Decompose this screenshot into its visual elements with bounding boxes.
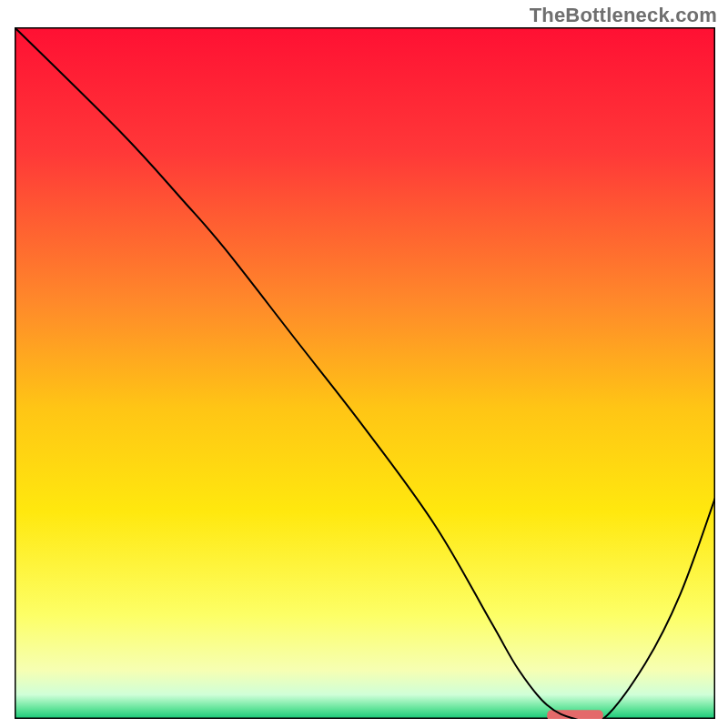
watermark-text: TheBottleneck.com	[530, 4, 717, 27]
chart-plot-area	[15, 27, 715, 719]
bottleneck-chart: TheBottleneck.com	[0, 0, 728, 728]
